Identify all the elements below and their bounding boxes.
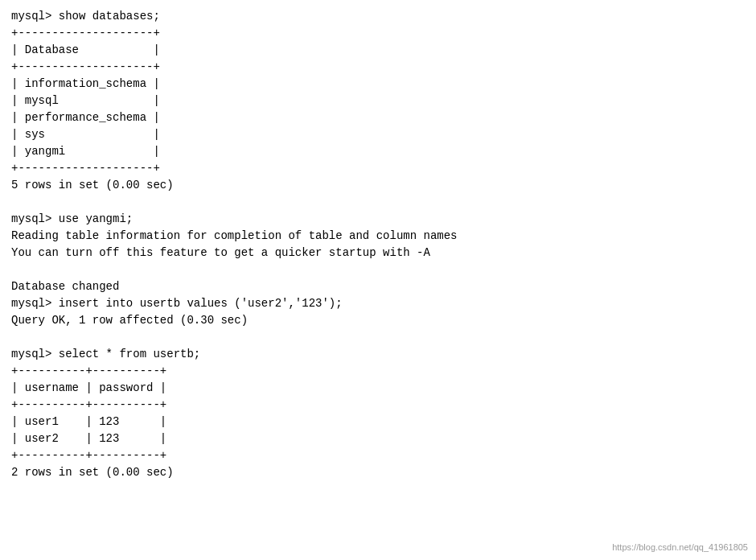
watermark: https://blog.csdn.net/qq_41961805 [612,541,748,554]
terminal-window: mysql> show databases; +----------------… [0,0,756,560]
terminal-content: mysql> show databases; +----------------… [11,8,745,481]
